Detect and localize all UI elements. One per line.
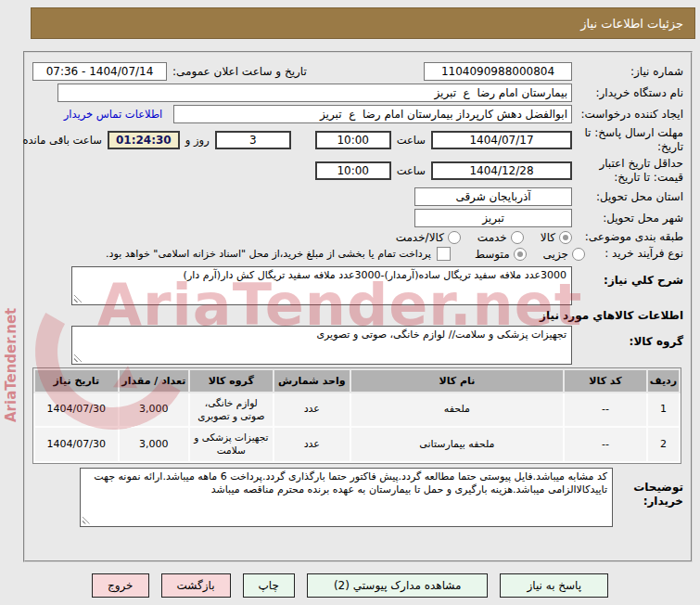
view-attachments-button[interactable]: مشاهده مدارک پیوستي (2)	[307, 573, 489, 598]
table-cell: 1404/07/30	[34, 393, 119, 427]
process-type-label: نوع فرآیند خرید :	[591, 247, 683, 261]
city-field[interactable]: تبریز	[414, 209, 572, 227]
subject-class-row: طبقه بندی موضوعی: کالاخدمتکالا/خدمت	[32, 230, 683, 244]
goods-group-label: گروه کالا:	[578, 326, 683, 349]
reply-deadline-row: مهلت ارسال پاسخ: تا تاریخ: 1404/07/17 سا…	[32, 126, 683, 154]
process-type-row: نوع فرآیند خرید : جزییمتوسط پرداخت تمام …	[32, 247, 683, 261]
radio-icon	[448, 231, 461, 244]
table-header-cell: نام کالا	[350, 369, 564, 393]
radio-icon	[559, 231, 572, 244]
table-cell: 1	[647, 393, 680, 427]
table-row: 2--ملحفه بیمارستانیعددتجهیزات پزشکی و سل…	[34, 427, 680, 461]
table-header-row: ردیفکد کالانام کالاواحد شمارشگروه کالاتع…	[34, 369, 680, 393]
price-validity-date-field[interactable]: 1404/12/28	[431, 161, 572, 180]
subject-class-option-1[interactable]: خدمت	[477, 231, 524, 244]
table-header-cell: واحد شمارش	[274, 369, 351, 393]
process-type-option-0[interactable]: جزیی	[543, 248, 585, 261]
radio-label: کالا/خدمت	[396, 231, 444, 244]
table-cell: عدد	[274, 393, 351, 427]
province-row: استان محل تحویل: آذربایجان شرقی	[32, 187, 683, 206]
buyer-contact-link[interactable]: اطلاعات تماس خریدار	[58, 108, 168, 121]
request-creator-label: ایجاد کننده درخواست:	[578, 108, 683, 122]
subject-class-label: طبقه بندی موضوعی:	[578, 230, 683, 244]
radio-label: جزیی	[543, 248, 568, 261]
subject-class-option-0[interactable]: کالا	[541, 231, 572, 244]
buyer-notes-row: توضیحات خریدار: کد مشابه میباشد.فایل پیو…	[32, 468, 683, 527]
table-cell: --	[564, 427, 647, 461]
table-header-cell: ردیف	[647, 369, 680, 393]
process-type-option-1[interactable]: متوسط	[475, 248, 527, 261]
request-creator-row: ایجاد کننده درخواست: ابوالفضل دهش کارپرد…	[32, 105, 683, 123]
need-desc-label: شرح کلي نیاز:	[578, 266, 683, 288]
buyer-notes-label: توضیحات خریدار:	[618, 468, 683, 508]
table-header-cell: تاریخ نیاز	[34, 369, 119, 393]
buyer-org-row: نام دستگاه خریدار: بیمارستان امام رضا ع …	[32, 84, 683, 102]
table-cell: 1404/07/30	[34, 427, 119, 461]
goods-table-body: 1--ملحفهعددلوازم خانگی، صوتی و تصویری3,0…	[34, 393, 680, 462]
need-details-page: AriaTender.net AriaTender.net جزئیات اطل…	[0, 0, 700, 605]
watermark-side-text: AriaTender.net	[3, 308, 19, 422]
price-validity-time-field[interactable]: 10:00	[315, 161, 391, 180]
process-type-options: جزییمتوسط	[475, 248, 585, 261]
treasury-checkbox-label: پرداخت تمام یا بخشی از مبلغ خرید،از محل …	[106, 248, 431, 260]
need-number-label: شماره نیاز:	[578, 65, 683, 79]
need-desc-textarea[interactable]: 3000عدد ملافه سفید تریگال ساده(آرمدار)-3…	[71, 266, 572, 305]
table-header-cell: کد کالا	[564, 369, 647, 393]
table-cell: 3,000	[119, 427, 190, 461]
remaining-days-field: 3	[215, 131, 291, 149]
buyer-org-label: نام دستگاه خریدار:	[578, 86, 683, 100]
goods-group-textarea[interactable]: تجهیزات پزشکی و سلامت// لوازم خانگی، صوت…	[71, 326, 572, 365]
goods-group-row: گروه کالا: تجهیزات پزشکی و سلامت// لوازم…	[32, 326, 683, 365]
details-panel: شماره نیاز: 1104090988000804 تاریخ و ساع…	[23, 51, 693, 562]
need-number-field[interactable]: 1104090988000804	[424, 62, 572, 81]
radio-label: خدمت	[477, 231, 507, 244]
price-validity-hour-label: ساعت	[397, 164, 426, 177]
table-row: 1--ملحفهعددلوازم خانگی، صوتی و تصویری3,0…	[34, 393, 680, 427]
radio-label: متوسط	[475, 248, 510, 261]
treasury-checkbox[interactable]	[437, 247, 451, 261]
goods-table-wrapper: ردیفکد کالانام کالاواحد شمارشگروه کالاتع…	[32, 367, 681, 464]
table-cell: 2	[647, 427, 680, 461]
radio-icon	[572, 248, 585, 261]
remaining-time-field: 01:24:30	[108, 131, 180, 149]
price-validity-label: حداقل تاریخ اعتبار قیمت: تا تاریخ:	[578, 157, 683, 185]
goods-table: ردیفکد کالانام کالاواحد شمارشگروه کالاتع…	[33, 368, 681, 463]
table-cell: --	[564, 393, 647, 427]
remaining-days-label: روز و	[185, 134, 210, 147]
print-button[interactable]: چاپ	[243, 573, 295, 598]
need-desc-row: شرح کلي نیاز: 3000عدد ملافه سفید تریگال …	[32, 266, 683, 305]
buyer-org-field[interactable]: بیمارستان امام رضا ع تبریز	[57, 84, 572, 102]
reply-to-need-button[interactable]: پاسخ به نیاز	[500, 573, 608, 598]
request-creator-field[interactable]: ابوالفضل دهش کارپرداز بیمارستان امام رضا…	[173, 105, 572, 123]
reply-deadline-time-field[interactable]: 10:00	[315, 131, 391, 149]
reply-deadline-date-field[interactable]: 1404/07/17	[431, 131, 572, 149]
goods-table-header: ردیفکد کالانام کالاواحد شمارشگروه کالاتع…	[34, 369, 680, 393]
page-title: جزئیات اطلاعات نیاز	[31, 7, 695, 39]
price-validity-row: حداقل تاریخ اعتبار قیمت: تا تاریخ: 1404/…	[32, 157, 683, 185]
button-bar: پاسخ به نیازمشاهده مدارک پیوستي (2)چاپبا…	[0, 573, 700, 598]
table-cell: تجهیزات پزشکی و سلامت	[189, 427, 273, 461]
table-cell: ملحفه بیمارستانی	[350, 427, 564, 461]
radio-label: کالا	[541, 231, 555, 244]
exit-button[interactable]: خروج	[92, 573, 149, 598]
radio-icon	[511, 231, 524, 244]
city-label: شهر محل تحویل:	[578, 212, 683, 225]
remaining-suffix-label: ساعت باقی مانده	[23, 134, 102, 147]
table-header-cell: گروه کالا	[189, 369, 273, 393]
subject-class-option-2[interactable]: کالا/خدمت	[396, 231, 461, 244]
radio-icon	[514, 248, 527, 261]
table-cell: ملحفه	[350, 393, 564, 427]
need-number-row: شماره نیاز: 1104090988000804 تاریخ و ساع…	[32, 62, 683, 81]
table-cell: عدد	[274, 427, 351, 461]
reply-deadline-label: مهلت ارسال پاسخ: تا تاریخ:	[578, 126, 683, 154]
province-field[interactable]: آذربایجان شرقی	[414, 187, 572, 206]
buyer-notes-textarea[interactable]: کد مشابه میباشد.فایل پیوستی حتما مطالعه …	[80, 468, 613, 527]
goods-section-title: اطلاعات کالاهاي مورد نیاز	[32, 309, 683, 322]
announce-datetime-label: تاریخ و ساعت اعلان عمومی:	[172, 65, 307, 79]
back-button[interactable]: بازگشت	[161, 573, 231, 598]
city-row: شهر محل تحویل: تبریز	[32, 209, 683, 227]
table-cell: 3,000	[119, 393, 190, 427]
announce-datetime-field[interactable]: 07:36 - 1404/07/14	[32, 62, 167, 81]
subject-class-options: کالاخدمتکالا/خدمت	[396, 231, 572, 244]
reply-deadline-hour-label: ساعت	[397, 134, 426, 147]
